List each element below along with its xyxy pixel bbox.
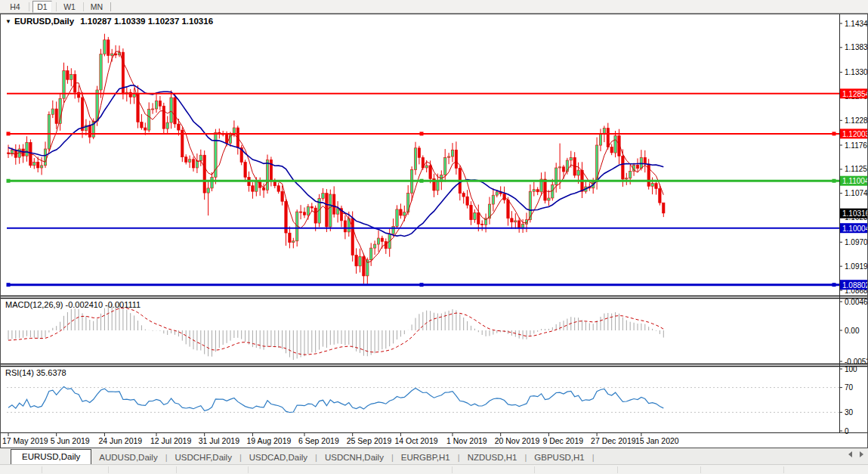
line-handle[interactable]: [7, 132, 11, 135]
status-separator: [42, 466, 42, 473]
tab-scroll-right-button[interactable]: [860, 451, 863, 457]
status-separator: [783, 466, 784, 473]
toolbar-separator: [83, 2, 84, 11]
ma-5-line: [8, 51, 663, 263]
tab-nzdusd-h1[interactable]: NZDUSD,H1: [460, 451, 525, 464]
svg-text:27 Dec 2019: 27 Dec 2019: [591, 436, 636, 445]
tab-usdcnh-daily[interactable]: USDCNH,Daily: [317, 451, 391, 464]
timeframe-button-w1[interactable]: W1: [60, 1, 79, 13]
tab-eurgbp-h1[interactable]: EURGBP,H1: [394, 451, 458, 464]
line-handle[interactable]: [832, 179, 836, 183]
svg-text:24 Jun 2019: 24 Jun 2019: [98, 436, 142, 445]
svg-text:5 Jun 2019: 5 Jun 2019: [51, 436, 90, 445]
timeframe-button-mn[interactable]: MN: [87, 1, 107, 13]
timeframe-toolbar: H4D1W1MN: [0, 0, 868, 14]
svg-text:17 May 2019: 17 May 2019: [2, 436, 48, 445]
svg-text:1.12285: 1.12285: [845, 116, 867, 125]
status-separator: [534, 466, 535, 473]
ma-20-line: [8, 85, 663, 237]
svg-text:31 Jul 2019: 31 Jul 2019: [199, 436, 239, 445]
tab-scroll-left-button[interactable]: [848, 451, 852, 457]
tab-audusd-daily[interactable]: AUDUSD,Daily: [91, 451, 165, 464]
macd-axis[interactable]: 0.004630.00-0.005299: [839, 298, 867, 366]
tab-scroll-controls: [848, 451, 863, 457]
tab-eurusd-daily[interactable]: EURUSD,Daily: [11, 449, 91, 465]
svg-text:1.10740: 1.10740: [845, 189, 867, 197]
status-separator: [700, 466, 701, 473]
svg-text:12 Jul 2019: 12 Jul 2019: [150, 436, 191, 445]
svg-text:1.10316: 1.10316: [842, 209, 867, 218]
candles: [7, 34, 665, 286]
svg-text:1.13830: 1.13830: [845, 43, 867, 51]
svg-text:1.11004: 1.11004: [842, 177, 867, 185]
tab-usdcad-daily[interactable]: USDCAD,Daily: [242, 451, 315, 464]
svg-text:100: 100: [845, 365, 857, 373]
line-handle[interactable]: [420, 132, 424, 135]
line-handle[interactable]: [420, 179, 424, 183]
status-bar: [0, 464, 868, 474]
svg-text:1.08802: 1.08802: [842, 281, 867, 290]
line-handle[interactable]: [832, 132, 836, 135]
line-handle[interactable]: [7, 179, 11, 183]
svg-text:1.12003: 1.12003: [842, 130, 867, 138]
svg-text:1.10004: 1.10004: [842, 225, 867, 233]
timeframe-button-h4[interactable]: H4: [5, 1, 25, 13]
line-handle[interactable]: [420, 283, 424, 287]
status-separator: [248, 466, 249, 473]
svg-text:1.09195: 1.09195: [845, 262, 867, 271]
status-separator: [617, 466, 618, 473]
svg-text:9 Dec 2019: 9 Dec 2019: [542, 436, 583, 445]
line-handle[interactable]: [7, 283, 11, 287]
chart-window: 1.143401.138301.133051.127951.122851.117…: [0, 14, 868, 448]
tab-separator: |: [592, 451, 595, 464]
status-separator: [108, 466, 109, 473]
mt4-window: H4D1W1MN 1.143401.138301.133051.127951.1…: [0, 0, 868, 474]
svg-text:70: 70: [845, 383, 854, 392]
price-axis[interactable]: 1.143401.138301.133051.127951.122851.117…: [839, 20, 867, 295]
time-axis[interactable]: 17 May 20195 Jun 201924 Jun 201912 Jul 2…: [2, 433, 679, 446]
timeframe-button-d1[interactable]: D1: [32, 1, 52, 13]
line-handle[interactable]: [832, 283, 836, 287]
tab-gbpusd-h1[interactable]: GBPUSD,H1: [527, 451, 592, 464]
macd-signal-line: [8, 308, 663, 355]
toolbar-separator: [110, 2, 111, 11]
svg-text:30: 30: [845, 408, 854, 417]
svg-text:25 Sep 2019: 25 Sep 2019: [347, 436, 392, 445]
status-separator: [452, 466, 453, 473]
svg-text:0.00463: 0.00463: [845, 298, 867, 306]
svg-text:1.11760: 1.11760: [845, 141, 867, 150]
svg-text:6 Sep 2019: 6 Sep 2019: [298, 436, 339, 445]
svg-text:0: 0: [845, 427, 849, 435]
svg-text:1.12854: 1.12854: [842, 90, 867, 98]
svg-text:1 Nov 2019: 1 Nov 2019: [446, 436, 487, 445]
svg-text:1.13305: 1.13305: [845, 68, 867, 76]
rsi-axis[interactable]: 10070300: [839, 365, 857, 435]
toolbar-separator: [56, 2, 57, 11]
svg-text:19 Aug 2019: 19 Aug 2019: [246, 436, 291, 445]
svg-text:14 Oct 2019: 14 Oct 2019: [394, 436, 437, 445]
chart-canvas[interactable]: 1.143401.138301.133051.127951.122851.117…: [1, 14, 867, 448]
svg-text:0.00: 0.00: [845, 327, 860, 335]
tab-usdchf-daily[interactable]: USDCHF,Daily: [168, 451, 239, 464]
svg-text:1.11250: 1.11250: [845, 165, 867, 173]
svg-text:15 Jan 2020: 15 Jan 2020: [635, 436, 679, 445]
macd-histogram: [8, 302, 663, 360]
svg-text:1.14340: 1.14340: [845, 20, 867, 28]
svg-text:20 Nov 2019: 20 Nov 2019: [495, 436, 540, 445]
svg-text:1.09705: 1.09705: [845, 238, 867, 246]
rsi-line: [8, 386, 663, 412]
status-separator: [176, 466, 177, 473]
toolbar-separator: [29, 2, 29, 11]
chart-tabs-bar: EURUSD,DailyAUDUSD,Daily|USDCHF,Daily|US…: [0, 448, 868, 464]
chevron-down-icon[interactable]: ▼: [5, 18, 11, 25]
